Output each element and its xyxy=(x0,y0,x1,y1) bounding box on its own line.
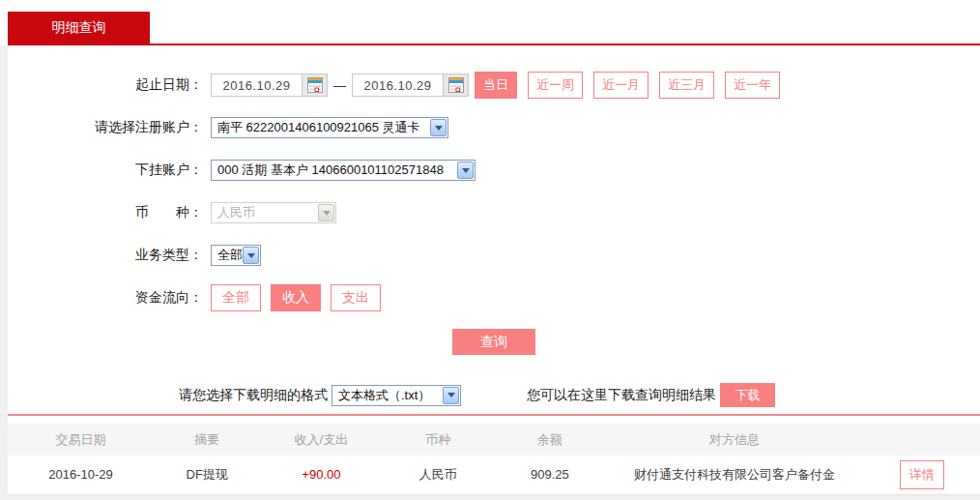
end-date-value: 2016.10.29 xyxy=(353,74,443,96)
quick-range-year-button[interactable]: 近一年 xyxy=(725,72,780,99)
fund-flow-all-button[interactable]: 全部 xyxy=(211,284,261,311)
date-range-separator: — xyxy=(333,78,346,93)
download-button[interactable]: 下载 xyxy=(720,383,775,407)
end-date-input[interactable]: 2016.10.29 xyxy=(352,74,469,97)
table-header-counterparty: 对方信息 xyxy=(606,424,864,456)
cell-summary: DF提现 xyxy=(154,456,261,494)
table-header-date: 交易日期 xyxy=(8,424,154,456)
business-type-label: 业务类型： xyxy=(8,247,203,264)
start-date-input[interactable]: 2016.10.29 xyxy=(211,74,328,97)
cell-actions: 详情 xyxy=(863,456,980,494)
cell-amount: +90.00 xyxy=(261,456,383,494)
download-hint: 您可以在这里下载查询明细结果 xyxy=(527,387,716,404)
tab-label: 明细查询 xyxy=(52,19,106,37)
table-header-actions xyxy=(863,424,980,456)
detail-button[interactable]: 详情 xyxy=(900,460,944,489)
chevron-down-icon[interactable] xyxy=(457,162,474,179)
cell-counterparty: 财付通支付科技有限公司客户备付金 xyxy=(606,456,864,494)
date-range-label: 起止日期： xyxy=(8,76,203,94)
sub-account-label: 下挂账户： xyxy=(8,162,203,179)
table-row: 2016-10-29 DF提现 +90.00 人民币 909.25 财付通支付科… xyxy=(8,456,980,494)
register-account-select[interactable]: 南平 6222001406100921065 灵通卡 xyxy=(211,117,448,138)
business-type-select[interactable]: 全部 xyxy=(211,245,261,266)
fund-flow-label: 资金流向： xyxy=(8,289,203,307)
cell-transaction-date: 2016-10-29 xyxy=(8,456,154,494)
table-header-balance: 余额 xyxy=(494,424,606,456)
tab-detail-query[interactable]: 明细查询 xyxy=(8,12,150,44)
table-top-divider xyxy=(8,414,980,416)
fund-flow-row: 资金流向： 全部 收入 支出 xyxy=(8,286,980,309)
table-header-row: 交易日期 摘要 收入/支出 币种 余额 对方信息 xyxy=(8,424,980,456)
table-header-currency: 币种 xyxy=(382,424,494,456)
download-format-select[interactable]: 文本格式（.txt） xyxy=(331,385,461,406)
cell-balance: 909.25 xyxy=(494,456,606,494)
currency-label: 币 种： xyxy=(8,204,203,221)
sub-account-value: 000 活期 基本户 1406600101102571848 xyxy=(212,162,449,179)
query-button[interactable]: 查询 xyxy=(452,329,535,355)
download-format-label: 请您选择下载明细的格式 xyxy=(179,387,328,404)
currency-row: 币 种： 人民币 xyxy=(8,201,980,224)
currency-select: 人民币 xyxy=(211,202,336,223)
start-date-value: 2016.10.29 xyxy=(212,74,302,96)
chevron-down-icon[interactable] xyxy=(443,387,459,404)
download-format-value: 文本格式（.txt） xyxy=(332,387,436,404)
quick-range-week-button[interactable]: 近一周 xyxy=(528,72,583,99)
end-date-calendar-button[interactable] xyxy=(443,74,468,96)
calendar-icon xyxy=(307,77,323,93)
sub-account-select[interactable]: 000 活期 基本户 1406600101102571848 xyxy=(211,160,476,181)
transactions-table: 交易日期 摘要 收入/支出 币种 余额 对方信息 2016-10-29 DF提现… xyxy=(8,424,980,495)
quick-range-quarter-button[interactable]: 近三月 xyxy=(659,72,714,99)
chevron-down-icon xyxy=(318,204,334,221)
query-panel: 起止日期： 2016.10.29 — 2016.10.29 xyxy=(8,45,980,493)
cell-currency: 人民币 xyxy=(382,456,494,494)
business-type-value: 全部 xyxy=(212,247,243,264)
register-account-row: 请选择注册账户： 南平 6222001406100921065 灵通卡 xyxy=(8,116,980,139)
table-header-amount: 收入/支出 xyxy=(261,424,383,456)
start-date-calendar-button[interactable] xyxy=(302,74,327,96)
table-header-summary: 摘要 xyxy=(154,424,261,456)
date-range-row: 起止日期： 2016.10.29 — 2016.10.29 xyxy=(8,74,980,97)
download-row: 请您选择下载明细的格式 文本格式（.txt） 您可以在这里下载查询明细结果 下载 xyxy=(179,383,980,407)
quick-range-today-button[interactable]: 当日 xyxy=(475,72,517,99)
register-account-label: 请选择注册账户： xyxy=(8,119,203,136)
query-form: 起止日期： 2016.10.29 — 2016.10.29 xyxy=(8,45,980,407)
register-account-value: 南平 6222001406100921065 灵通卡 xyxy=(212,119,426,136)
sub-account-row: 下挂账户： 000 活期 基本户 1406600101102571848 xyxy=(8,159,980,182)
quick-range-month-button[interactable]: 近一月 xyxy=(593,72,649,99)
business-type-row: 业务类型： 全部 xyxy=(8,244,980,267)
currency-value: 人民币 xyxy=(212,204,261,221)
chevron-down-icon[interactable] xyxy=(430,119,447,136)
chevron-down-icon[interactable] xyxy=(243,247,259,264)
page-left-gutter xyxy=(0,45,8,500)
calendar-icon xyxy=(448,77,464,93)
query-button-row: 查询 xyxy=(8,329,980,355)
fund-flow-income-button[interactable]: 收入 xyxy=(271,284,321,311)
fund-flow-expense-button[interactable]: 支出 xyxy=(331,284,381,311)
